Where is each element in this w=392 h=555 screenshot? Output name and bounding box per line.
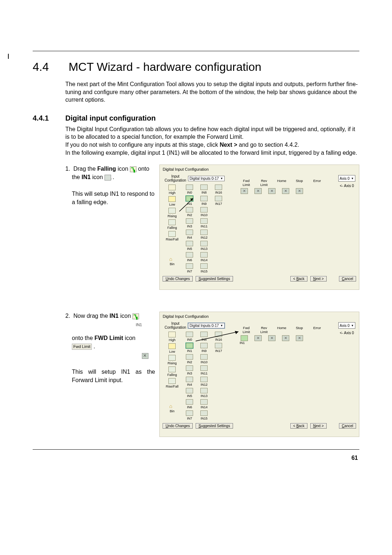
back-button[interactable]: < Back xyxy=(290,423,307,429)
svg-marker-3 xyxy=(235,331,238,334)
next-button[interactable]: Next > xyxy=(310,423,327,429)
cancel-button[interactable]: Cancel xyxy=(339,423,356,429)
back-button[interactable]: < Back xyxy=(290,276,307,281)
in13-slot[interactable] xyxy=(200,388,208,393)
undo-changes-button[interactable]: Undo Changes xyxy=(163,423,193,429)
fwd-limit-slot-icon xyxy=(142,353,148,359)
in4-slot[interactable] xyxy=(186,377,193,382)
trigger-falling-icon[interactable] xyxy=(168,219,176,225)
in3-slot[interactable] xyxy=(186,365,193,371)
undo-changes-button[interactable]: Undo Changes xyxy=(163,276,193,281)
fwd-limit-chip: Fwd Limit xyxy=(72,344,92,350)
svg-line-0 xyxy=(179,198,193,211)
input-column-c: IN16 IN17 xyxy=(211,332,226,420)
bin-icon[interactable]: ⌂ xyxy=(169,404,175,409)
suggested-settings-button[interactable]: Suggested Settings xyxy=(196,276,233,281)
step1-result: This will setup IN1 to respond to a fall… xyxy=(72,190,155,206)
rev-limit-slot[interactable]: ✕ xyxy=(254,335,262,341)
axis-link[interactable]: <- Axis 0 xyxy=(340,184,354,188)
destination-headers: Fwd Limit Rev Limit Home Stop Error xyxy=(238,323,323,334)
in5-slot[interactable] xyxy=(186,388,193,393)
in0-slot[interactable] xyxy=(186,185,193,190)
fwd-limit-in1-label: IN1 xyxy=(238,341,323,345)
error-slot[interactable]: ✕ xyxy=(296,335,303,341)
in8-slot[interactable] xyxy=(200,185,208,190)
in12-slot[interactable] xyxy=(200,230,208,235)
inputs-range-dropdown[interactable]: Digital Inputs 0-17▼ xyxy=(188,176,225,181)
in1-slot[interactable] xyxy=(186,343,193,348)
input-config-label: Input Configuration xyxy=(163,321,188,329)
sub-intro-line: If you do not wish to configure any inpu… xyxy=(65,142,299,148)
trigger-falling-icon[interactable] xyxy=(168,366,176,372)
axis-link[interactable]: <- Axis 0 xyxy=(340,331,354,335)
trigger-high-icon[interactable] xyxy=(168,185,176,190)
in4-slot[interactable] xyxy=(186,230,193,235)
in11-slot[interactable] xyxy=(200,218,208,224)
section-title: MCT Wizard - hardware configuration xyxy=(69,60,261,74)
trigger-risefall-icon[interactable] xyxy=(168,378,176,384)
in6-slot[interactable] xyxy=(186,399,193,405)
input-slot-icon xyxy=(105,175,111,181)
suggested-settings-button[interactable]: Suggested Settings xyxy=(196,423,233,429)
in1-caption: IN1 xyxy=(136,323,142,327)
step2-result: This will setup IN1 as the Forward Limit… xyxy=(72,368,155,384)
subsection-number: 4.4.1 xyxy=(33,114,65,122)
in7-slot[interactable] xyxy=(186,263,193,269)
trigger-high-icon[interactable] xyxy=(168,332,176,337)
stop-slot[interactable]: ✕ xyxy=(282,188,289,194)
in0-slot[interactable] xyxy=(186,332,193,337)
in16-slot[interactable] xyxy=(215,185,222,190)
axis-dropdown[interactable]: Axis 0▼ xyxy=(338,175,355,182)
in7-slot[interactable] xyxy=(186,410,193,416)
in14-slot[interactable] xyxy=(200,399,208,405)
in12-slot[interactable] xyxy=(200,377,208,382)
stop-slot[interactable]: ✕ xyxy=(282,335,289,341)
fwd-limit-slot[interactable]: ✕ xyxy=(241,188,248,194)
subsection-heading: 4.4.1 Digital input configuration xyxy=(33,114,359,122)
cancel-button[interactable]: Cancel xyxy=(339,276,356,281)
in17-slot[interactable] xyxy=(215,196,222,201)
input-column-c: IN16 IN17 xyxy=(211,185,226,273)
in9-slot[interactable] xyxy=(200,196,208,201)
in3-slot[interactable] xyxy=(186,218,193,224)
axis-dropdown[interactable]: Axis 0▼ xyxy=(338,322,355,329)
in13-slot[interactable] xyxy=(200,241,208,246)
destination-headers: Fwd Limit Rev Limit Home Stop Error xyxy=(238,176,323,187)
drag-arrow-icon xyxy=(177,196,199,214)
trigger-low-icon[interactable] xyxy=(168,196,176,202)
sub-intro-line: The Digital Input Configuration tab allo… xyxy=(65,126,355,140)
in6-slot[interactable] xyxy=(186,252,193,258)
trigger-rising-icon[interactable] xyxy=(168,208,176,214)
trigger-low-icon[interactable] xyxy=(168,343,176,349)
in2-slot[interactable] xyxy=(186,354,193,360)
in5-slot[interactable] xyxy=(186,241,193,246)
inputs-range-dropdown[interactable]: Digital Inputs 0-17▼ xyxy=(188,323,225,328)
margin-mark xyxy=(8,54,9,59)
in9-slot[interactable] xyxy=(200,343,208,348)
in10-slot[interactable] xyxy=(200,207,208,212)
home-slot[interactable]: ✕ xyxy=(268,335,275,341)
in11-slot[interactable] xyxy=(200,365,208,371)
rev-limit-slot[interactable]: ✕ xyxy=(254,188,262,194)
in15-slot[interactable] xyxy=(200,410,208,416)
input-column-b: IN8 IN9 IN10 IN11 IN12 IN13 IN14 IN15 xyxy=(197,185,211,273)
in17-slot[interactable] xyxy=(215,343,222,348)
error-slot[interactable]: ✕ xyxy=(296,188,303,194)
in14-slot[interactable] xyxy=(200,252,208,258)
section-heading: 4.4 MCT Wizard - hardware configuration xyxy=(33,60,359,74)
section-number: 4.4 xyxy=(33,60,65,74)
drag-arrow-icon xyxy=(194,330,243,343)
trigger-palette: High Low Rising Falling Rise/Fall ⌂Bin xyxy=(162,332,182,420)
subsection-title: Digital input configuration xyxy=(65,114,156,122)
in1-configured-icon xyxy=(132,313,139,319)
intro-paragraph: The next part of the Mint Configuration … xyxy=(65,80,359,104)
trigger-risefall-icon[interactable] xyxy=(168,231,176,237)
in10-slot[interactable] xyxy=(200,354,208,360)
next-button[interactable]: Next > xyxy=(310,276,327,281)
step1-text: 1. Drag the Falling icon onto the IN1 ic… xyxy=(65,165,159,290)
in15-slot[interactable] xyxy=(200,263,208,269)
chevron-down-icon: ▼ xyxy=(220,324,223,327)
home-slot[interactable]: ✕ xyxy=(268,188,275,194)
bin-icon[interactable]: ⌂ xyxy=(169,256,175,262)
trigger-rising-icon[interactable] xyxy=(168,355,176,361)
